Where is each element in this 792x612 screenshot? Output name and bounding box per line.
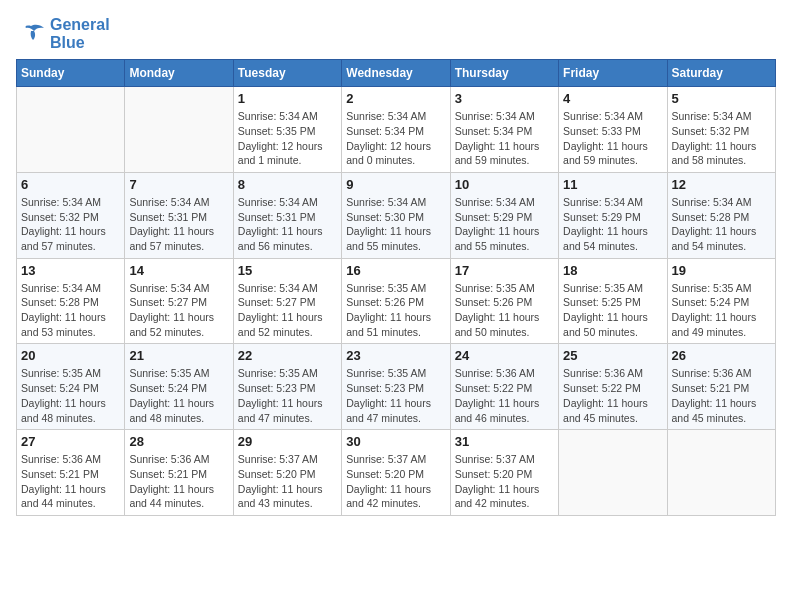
calendar-day-cell: 12Sunrise: 5:34 AMSunset: 5:28 PMDayligh… bbox=[667, 172, 775, 258]
day-number: 19 bbox=[672, 263, 771, 278]
calendar-day-cell: 29Sunrise: 5:37 AMSunset: 5:20 PMDayligh… bbox=[233, 430, 341, 516]
calendar-day-cell bbox=[667, 430, 775, 516]
day-info: Sunrise: 5:34 AMSunset: 5:31 PMDaylight:… bbox=[129, 195, 228, 254]
calendar-day-cell: 11Sunrise: 5:34 AMSunset: 5:29 PMDayligh… bbox=[559, 172, 667, 258]
calendar-day-cell: 13Sunrise: 5:34 AMSunset: 5:28 PMDayligh… bbox=[17, 258, 125, 344]
calendar-day-cell: 19Sunrise: 5:35 AMSunset: 5:24 PMDayligh… bbox=[667, 258, 775, 344]
calendar-week-row: 27Sunrise: 5:36 AMSunset: 5:21 PMDayligh… bbox=[17, 430, 776, 516]
day-of-week-header: Saturday bbox=[667, 60, 775, 87]
day-number: 13 bbox=[21, 263, 120, 278]
calendar-week-row: 6Sunrise: 5:34 AMSunset: 5:32 PMDaylight… bbox=[17, 172, 776, 258]
day-number: 17 bbox=[455, 263, 554, 278]
calendar-day-cell: 18Sunrise: 5:35 AMSunset: 5:25 PMDayligh… bbox=[559, 258, 667, 344]
calendar-table: SundayMondayTuesdayWednesdayThursdayFrid… bbox=[16, 59, 776, 516]
calendar-day-cell: 17Sunrise: 5:35 AMSunset: 5:26 PMDayligh… bbox=[450, 258, 558, 344]
calendar-week-row: 13Sunrise: 5:34 AMSunset: 5:28 PMDayligh… bbox=[17, 258, 776, 344]
day-info: Sunrise: 5:34 AMSunset: 5:28 PMDaylight:… bbox=[672, 195, 771, 254]
day-info: Sunrise: 5:34 AMSunset: 5:31 PMDaylight:… bbox=[238, 195, 337, 254]
day-number: 25 bbox=[563, 348, 662, 363]
day-info: Sunrise: 5:36 AMSunset: 5:21 PMDaylight:… bbox=[21, 452, 120, 511]
day-info: Sunrise: 5:35 AMSunset: 5:24 PMDaylight:… bbox=[672, 281, 771, 340]
day-number: 16 bbox=[346, 263, 445, 278]
logo-icon bbox=[16, 22, 46, 46]
day-number: 11 bbox=[563, 177, 662, 192]
day-number: 10 bbox=[455, 177, 554, 192]
calendar-day-cell: 5Sunrise: 5:34 AMSunset: 5:32 PMDaylight… bbox=[667, 87, 775, 173]
day-info: Sunrise: 5:36 AMSunset: 5:22 PMDaylight:… bbox=[563, 366, 662, 425]
day-info: Sunrise: 5:37 AMSunset: 5:20 PMDaylight:… bbox=[238, 452, 337, 511]
calendar-day-cell: 7Sunrise: 5:34 AMSunset: 5:31 PMDaylight… bbox=[125, 172, 233, 258]
calendar-week-row: 1Sunrise: 5:34 AMSunset: 5:35 PMDaylight… bbox=[17, 87, 776, 173]
day-of-week-header: Wednesday bbox=[342, 60, 450, 87]
calendar-day-cell: 16Sunrise: 5:35 AMSunset: 5:26 PMDayligh… bbox=[342, 258, 450, 344]
calendar-day-cell: 3Sunrise: 5:34 AMSunset: 5:34 PMDaylight… bbox=[450, 87, 558, 173]
day-number: 31 bbox=[455, 434, 554, 449]
day-of-week-header: Sunday bbox=[17, 60, 125, 87]
calendar-header: SundayMondayTuesdayWednesdayThursdayFrid… bbox=[17, 60, 776, 87]
day-info: Sunrise: 5:34 AMSunset: 5:34 PMDaylight:… bbox=[455, 109, 554, 168]
day-info: Sunrise: 5:35 AMSunset: 5:25 PMDaylight:… bbox=[563, 281, 662, 340]
day-info: Sunrise: 5:34 AMSunset: 5:30 PMDaylight:… bbox=[346, 195, 445, 254]
day-number: 27 bbox=[21, 434, 120, 449]
day-info: Sunrise: 5:36 AMSunset: 5:22 PMDaylight:… bbox=[455, 366, 554, 425]
day-info: Sunrise: 5:35 AMSunset: 5:26 PMDaylight:… bbox=[346, 281, 445, 340]
calendar-day-cell bbox=[17, 87, 125, 173]
calendar-day-cell: 22Sunrise: 5:35 AMSunset: 5:23 PMDayligh… bbox=[233, 344, 341, 430]
day-number: 6 bbox=[21, 177, 120, 192]
day-number: 24 bbox=[455, 348, 554, 363]
day-info: Sunrise: 5:34 AMSunset: 5:32 PMDaylight:… bbox=[21, 195, 120, 254]
calendar-week-row: 20Sunrise: 5:35 AMSunset: 5:24 PMDayligh… bbox=[17, 344, 776, 430]
day-of-week-header: Tuesday bbox=[233, 60, 341, 87]
calendar-day-cell: 10Sunrise: 5:34 AMSunset: 5:29 PMDayligh… bbox=[450, 172, 558, 258]
day-number: 1 bbox=[238, 91, 337, 106]
day-number: 5 bbox=[672, 91, 771, 106]
day-number: 2 bbox=[346, 91, 445, 106]
day-info: Sunrise: 5:35 AMSunset: 5:24 PMDaylight:… bbox=[129, 366, 228, 425]
day-number: 26 bbox=[672, 348, 771, 363]
calendar-day-cell: 1Sunrise: 5:34 AMSunset: 5:35 PMDaylight… bbox=[233, 87, 341, 173]
day-number: 21 bbox=[129, 348, 228, 363]
day-number: 28 bbox=[129, 434, 228, 449]
day-number: 3 bbox=[455, 91, 554, 106]
calendar-day-cell: 23Sunrise: 5:35 AMSunset: 5:23 PMDayligh… bbox=[342, 344, 450, 430]
calendar-day-cell: 8Sunrise: 5:34 AMSunset: 5:31 PMDaylight… bbox=[233, 172, 341, 258]
calendar-day-cell: 4Sunrise: 5:34 AMSunset: 5:33 PMDaylight… bbox=[559, 87, 667, 173]
page-header: General Blue bbox=[16, 16, 776, 51]
day-info: Sunrise: 5:34 AMSunset: 5:34 PMDaylight:… bbox=[346, 109, 445, 168]
calendar-day-cell: 9Sunrise: 5:34 AMSunset: 5:30 PMDaylight… bbox=[342, 172, 450, 258]
calendar-day-cell: 6Sunrise: 5:34 AMSunset: 5:32 PMDaylight… bbox=[17, 172, 125, 258]
logo: General Blue bbox=[16, 16, 110, 51]
day-number: 7 bbox=[129, 177, 228, 192]
day-number: 29 bbox=[238, 434, 337, 449]
day-of-week-header: Friday bbox=[559, 60, 667, 87]
day-number: 18 bbox=[563, 263, 662, 278]
day-info: Sunrise: 5:34 AMSunset: 5:33 PMDaylight:… bbox=[563, 109, 662, 168]
calendar-day-cell: 27Sunrise: 5:36 AMSunset: 5:21 PMDayligh… bbox=[17, 430, 125, 516]
day-number: 22 bbox=[238, 348, 337, 363]
day-number: 20 bbox=[21, 348, 120, 363]
calendar-day-cell: 31Sunrise: 5:37 AMSunset: 5:20 PMDayligh… bbox=[450, 430, 558, 516]
calendar-day-cell: 21Sunrise: 5:35 AMSunset: 5:24 PMDayligh… bbox=[125, 344, 233, 430]
day-info: Sunrise: 5:36 AMSunset: 5:21 PMDaylight:… bbox=[129, 452, 228, 511]
calendar-day-cell: 30Sunrise: 5:37 AMSunset: 5:20 PMDayligh… bbox=[342, 430, 450, 516]
day-info: Sunrise: 5:34 AMSunset: 5:27 PMDaylight:… bbox=[238, 281, 337, 340]
day-info: Sunrise: 5:34 AMSunset: 5:35 PMDaylight:… bbox=[238, 109, 337, 168]
calendar-day-cell: 24Sunrise: 5:36 AMSunset: 5:22 PMDayligh… bbox=[450, 344, 558, 430]
day-number: 14 bbox=[129, 263, 228, 278]
logo-text: General Blue bbox=[50, 16, 110, 51]
day-number: 12 bbox=[672, 177, 771, 192]
calendar-day-cell: 25Sunrise: 5:36 AMSunset: 5:22 PMDayligh… bbox=[559, 344, 667, 430]
day-info: Sunrise: 5:35 AMSunset: 5:23 PMDaylight:… bbox=[346, 366, 445, 425]
day-info: Sunrise: 5:34 AMSunset: 5:27 PMDaylight:… bbox=[129, 281, 228, 340]
day-number: 9 bbox=[346, 177, 445, 192]
day-number: 15 bbox=[238, 263, 337, 278]
day-info: Sunrise: 5:34 AMSunset: 5:28 PMDaylight:… bbox=[21, 281, 120, 340]
day-of-week-header: Thursday bbox=[450, 60, 558, 87]
calendar-day-cell: 2Sunrise: 5:34 AMSunset: 5:34 PMDaylight… bbox=[342, 87, 450, 173]
calendar-day-cell bbox=[559, 430, 667, 516]
day-info: Sunrise: 5:36 AMSunset: 5:21 PMDaylight:… bbox=[672, 366, 771, 425]
day-info: Sunrise: 5:34 AMSunset: 5:29 PMDaylight:… bbox=[563, 195, 662, 254]
day-number: 4 bbox=[563, 91, 662, 106]
day-info: Sunrise: 5:37 AMSunset: 5:20 PMDaylight:… bbox=[346, 452, 445, 511]
day-number: 30 bbox=[346, 434, 445, 449]
